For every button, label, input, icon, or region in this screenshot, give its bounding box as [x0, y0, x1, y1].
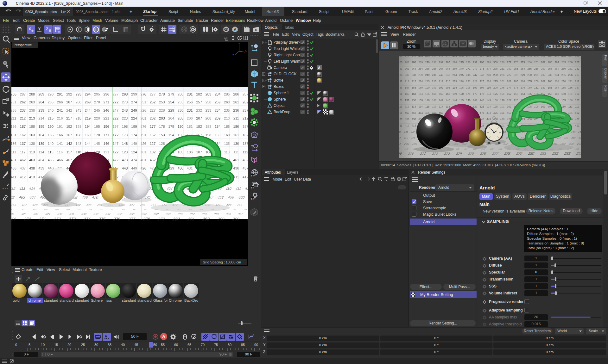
svg-text:Y: Y: [38, 27, 41, 31]
svg-text:X: X: [28, 27, 31, 31]
svg-text:Y: Y: [238, 43, 240, 45]
svg-text:X: X: [245, 49, 247, 52]
svg-text:Z: Z: [232, 54, 234, 57]
svg-text:ST: ST: [251, 198, 254, 200]
svg-text:ST: ST: [251, 187, 254, 189]
svg-text:Z: Z: [46, 27, 48, 31]
svg-text:ST: ST: [251, 175, 254, 177]
svg-text:A: A: [105, 335, 107, 338]
svg-text:A: A: [234, 28, 237, 32]
